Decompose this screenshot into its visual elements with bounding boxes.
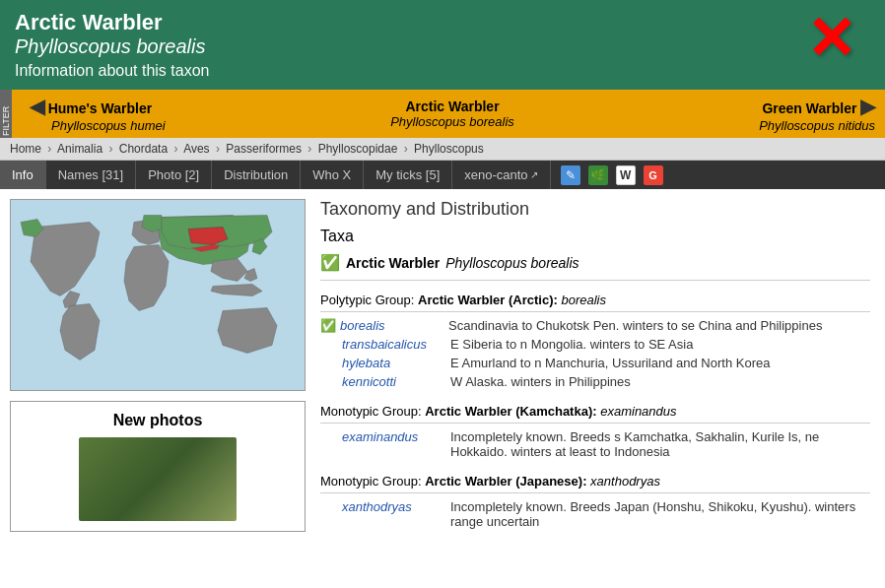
edit-icon[interactable]: ✎ bbox=[561, 165, 580, 185]
breadcrumb-aves[interactable]: Aves bbox=[183, 142, 209, 156]
taxon-row-hylebata: hylebata E Amurland to n Manchuria, Ussu… bbox=[320, 356, 870, 370]
species-scientific: Phylloscopus borealis bbox=[445, 255, 579, 271]
wikipedia-icon[interactable]: W bbox=[616, 165, 636, 185]
taxon-check-icon: ✅ bbox=[320, 318, 336, 333]
breadcrumb-passeriformes[interactable]: Passeriformes bbox=[226, 142, 302, 156]
group-monotypic-japanese: Monotypic Group: Arctic Warbler (Japanes… bbox=[320, 474, 870, 529]
tab-distribution[interactable]: Distribution bbox=[212, 161, 301, 189]
breadcrumb-animalia[interactable]: Animalia bbox=[57, 142, 102, 156]
taxon-row-borealis: ✅ borealis Scandinavia to Chukotsk Pen. … bbox=[320, 318, 870, 333]
external-link-icon: ↗ bbox=[530, 169, 538, 180]
tab-whox[interactable]: Who X bbox=[301, 161, 364, 189]
species-scientific-name: Phylloscopus borealis bbox=[15, 35, 870, 58]
species-row: ✅ Arctic Warbler Phylloscopus borealis bbox=[320, 253, 870, 281]
toolbar-icons: ✎ 🌿 W G bbox=[553, 161, 671, 189]
species-navigation: FILTER ◀ Hume's Warbler Phylloscopus hum… bbox=[0, 90, 885, 138]
breadcrumb-phylloscopus[interactable]: Phylloscopus bbox=[414, 142, 484, 156]
prev-species-link[interactable]: ◀ Hume's Warbler Phylloscopus humei bbox=[10, 95, 311, 133]
tab-photo[interactable]: Photo [2] bbox=[136, 161, 212, 189]
taxon-row-examinandus: examinandus Incompletely known. Breeds s… bbox=[320, 429, 870, 459]
main-content: New photos Taxonomy and Distribution Tax… bbox=[0, 189, 885, 554]
next-species-link[interactable]: Green Warbler ▶ Phylloscopus nitidus bbox=[593, 95, 875, 133]
group-header-1: Polytypic Group: Arctic Warbler (Arctic)… bbox=[320, 293, 870, 312]
section-title: Taxonomy and Distribution bbox=[320, 199, 870, 220]
leaf-icon[interactable]: 🌿 bbox=[588, 165, 608, 185]
taxa-header: Taxa bbox=[320, 228, 870, 245]
close-button[interactable]: ✕ bbox=[806, 10, 865, 69]
new-photos-section: New photos bbox=[10, 401, 306, 532]
taxon-row-xanthodryas: xanthodryas Incompletely known. Breeds J… bbox=[320, 499, 870, 529]
tab-info[interactable]: Info bbox=[0, 161, 46, 189]
filter-label: FILTER bbox=[0, 90, 12, 138]
taxon-row-transbaicalicus: transbaicalicus E Siberia to n Mongolia.… bbox=[320, 337, 870, 352]
photo-thumbnail[interactable] bbox=[79, 437, 237, 521]
tab-myticks[interactable]: My ticks [5] bbox=[364, 161, 452, 189]
breadcrumb-home[interactable]: Home bbox=[10, 142, 41, 156]
species-common-name: Arctic Warbler bbox=[15, 10, 870, 35]
prev-arrow-icon: ◀ bbox=[30, 96, 44, 117]
taxon-link-xanthodryas[interactable]: xanthodryas bbox=[342, 499, 450, 514]
group-monotypic-kamchatka: Monotypic Group: Arctic Warbler (Kamchat… bbox=[320, 404, 870, 459]
new-photos-title: New photos bbox=[21, 412, 295, 429]
tab-names[interactable]: Names [31] bbox=[46, 161, 136, 189]
taxon-row-kennicotti: kennicotti W Alaska. winters in Philippi… bbox=[320, 374, 870, 389]
current-species: Arctic Warbler Phylloscopus borealis bbox=[311, 98, 593, 129]
taxon-link-kennicotti[interactable]: kennicotti bbox=[342, 374, 450, 389]
taxon-link-borealis[interactable]: borealis bbox=[340, 318, 448, 333]
breadcrumb-chordata[interactable]: Chordata bbox=[119, 142, 168, 156]
breadcrumb: Home › Animalia › Chordata › Aves › Pass… bbox=[0, 138, 885, 161]
next-arrow-icon: ▶ bbox=[860, 96, 875, 117]
taxon-desc-examinandus: Incompletely known. Breeds s Kamchatka, … bbox=[450, 429, 870, 459]
page-header: Arctic Warbler Phylloscopus borealis Inf… bbox=[0, 0, 885, 90]
close-icon[interactable]: ✕ bbox=[806, 10, 865, 69]
group-header-3: Monotypic Group: Arctic Warbler (Japanes… bbox=[320, 474, 870, 493]
page-subtitle: Information about this taxon bbox=[15, 62, 870, 80]
tab-xenocanto[interactable]: xeno-canto ↗ bbox=[452, 161, 550, 189]
current-species-sci: Phylloscopus borealis bbox=[311, 114, 593, 129]
breadcrumb-phylloscopidae[interactable]: Phylloscopidae bbox=[318, 142, 398, 156]
check-icon: ✅ bbox=[320, 253, 340, 272]
prev-species-sci: Phylloscopus humei bbox=[30, 118, 166, 133]
taxon-desc-transbaicalicus: E Siberia to n Mongolia. winters to SE A… bbox=[450, 337, 870, 352]
group-polytypic-arctic: Polytypic Group: Arctic Warbler (Arctic)… bbox=[320, 293, 870, 389]
right-panel: Taxonomy and Distribution Taxa ✅ Arctic … bbox=[315, 199, 875, 544]
left-panel: New photos bbox=[10, 199, 306, 544]
distribution-map bbox=[10, 199, 306, 391]
taxon-desc-xanthodryas: Incompletely known. Breeds Japan (Honshu… bbox=[450, 499, 870, 529]
current-species-name: Arctic Warbler bbox=[311, 98, 593, 114]
prev-species-name: Hume's Warbler bbox=[48, 100, 153, 116]
next-species-sci: Phylloscopus nitidus bbox=[759, 118, 875, 133]
taxon-link-examinandus[interactable]: examinandus bbox=[342, 429, 450, 444]
google-icon[interactable]: G bbox=[644, 165, 663, 185]
taxon-desc-borealis: Scandinavia to Chukotsk Pen. winters to … bbox=[448, 318, 870, 333]
species-common: Arctic Warbler bbox=[346, 255, 440, 271]
group-header-2: Monotypic Group: Arctic Warbler (Kamchat… bbox=[320, 404, 870, 424]
taxon-link-hylebata[interactable]: hylebata bbox=[342, 356, 450, 370]
taxon-desc-hylebata: E Amurland to n Manchuria, Ussuriland an… bbox=[450, 356, 870, 370]
taxon-link-transbaicalicus[interactable]: transbaicalicus bbox=[342, 337, 450, 352]
tab-bar: Info Names [31] Photo [2] Distribution W… bbox=[0, 161, 885, 189]
world-map-svg bbox=[16, 205, 297, 382]
next-species-name: Green Warbler bbox=[762, 100, 856, 116]
taxon-desc-kennicotti: W Alaska. winters in Philippines bbox=[450, 374, 870, 389]
